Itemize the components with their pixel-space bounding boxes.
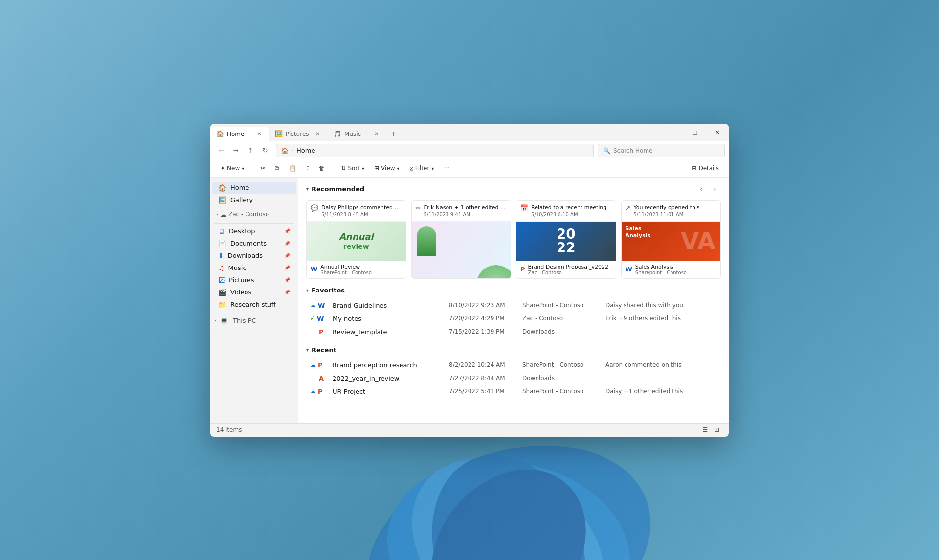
- fav3-date: 7/15/2022 1:39 PM: [449, 328, 517, 335]
- card-brand-name: Brand Design Proposal_v2022: [528, 264, 612, 270]
- more-button[interactable]: ···: [440, 163, 453, 174]
- favorites-section-header: ▾ Favorites: [306, 287, 721, 294]
- view-label: View: [381, 165, 395, 172]
- fav2-date: 7/20/2022 4:29 PM: [449, 315, 517, 322]
- card-brand-location: Zac - Contoso: [528, 270, 612, 275]
- card-annual-activity-icon: 💬: [311, 204, 318, 212]
- address-bar[interactable]: 🏠 › Home: [276, 144, 594, 157]
- sort-button[interactable]: ⇅ Sort ▾: [337, 163, 368, 174]
- filter-button[interactable]: ⧖ Filter ▾: [405, 163, 438, 174]
- delete-button[interactable]: 🗑: [315, 163, 329, 174]
- fav2-location: Zac - Contoso: [522, 315, 601, 322]
- card-plant-care[interactable]: ✏️ Erik Nason + 1 other edited this 5/11…: [411, 200, 512, 279]
- sidebar-item-documents[interactable]: 📄 Documents 📌: [212, 238, 296, 249]
- copy-button[interactable]: ⧉: [271, 163, 283, 174]
- close-button[interactable]: ✕: [706, 124, 729, 141]
- tabs-area: 🏠 Home ✕ 🖼️ Pictures ✕ 🎵 Music ✕ +: [210, 124, 661, 141]
- music-pin-icon: 📌: [284, 265, 290, 270]
- sidebar-item-home[interactable]: 🏠 Home: [212, 182, 296, 194]
- rec3-icons: ☁ P: [310, 388, 328, 395]
- rec3-location: SharePoint - Contoso: [522, 388, 601, 395]
- tab-home[interactable]: 🏠 Home ✕: [210, 127, 269, 141]
- cloud-label: Zac - Contoso: [228, 211, 269, 218]
- recommended-next[interactable]: ›: [709, 183, 721, 195]
- card-brand-footer-info: Brand Design Proposal_v2022 Zac - Contos…: [528, 264, 612, 275]
- filter-icon: ⧖: [409, 165, 413, 172]
- pictures-tab-close[interactable]: ✕: [314, 130, 322, 138]
- favorites-title: Favorites: [312, 287, 345, 294]
- sidebar-item-music[interactable]: ♫ Music 📌: [212, 262, 296, 274]
- sidebar-item-videos[interactable]: 🎬 Videos 📌: [212, 287, 296, 298]
- details-button[interactable]: ⊟ Details: [688, 163, 723, 174]
- add-tab-button[interactable]: +: [386, 127, 401, 141]
- word-icon-1: W: [311, 266, 317, 273]
- recommended-toggle[interactable]: ▾: [306, 186, 309, 192]
- up-button[interactable]: ↑: [244, 144, 257, 157]
- sidebar-item-desktop[interactable]: 🖥 Desktop 📌: [212, 225, 296, 237]
- documents-pin-icon: 📌: [284, 241, 290, 246]
- card-plant-activity-icon: ✏️: [416, 204, 421, 212]
- minimize-button[interactable]: —: [661, 124, 684, 141]
- view-button[interactable]: ⊞ View ▾: [370, 163, 403, 174]
- card-brand-design[interactable]: 📅 Related to a recent meeting 5/10/2023 …: [516, 200, 616, 279]
- pictures-tab-label: Pictures: [286, 131, 311, 137]
- share-button[interactable]: ⤴: [302, 163, 313, 174]
- refresh-button[interactable]: ↻: [258, 144, 272, 157]
- sidebar-item-downloads[interactable]: ⬇ Downloads 📌: [212, 250, 296, 262]
- rec3-name: UR Project: [333, 388, 444, 395]
- list-view-button[interactable]: ☰: [699, 425, 711, 435]
- fav-brand-guidelines[interactable]: ☁ W Brand Guidelines 8/10/2022 9:23 AM S…: [306, 299, 721, 312]
- cloud-icon: ☁: [220, 211, 226, 218]
- card-plant-info: Erik Nason + 1 other edited this 5/11/20…: [424, 204, 507, 217]
- music-tab-label: Music: [344, 131, 370, 137]
- home-tab-close[interactable]: ✕: [255, 130, 263, 138]
- cut-button[interactable]: ✂: [256, 163, 269, 174]
- maximize-button[interactable]: □: [684, 124, 706, 141]
- card-annual-preview: Annual review: [307, 222, 406, 261]
- recommended-cards: 💬 Daisy Philipps commented on... 5/11/20…: [306, 200, 721, 279]
- card-sales-location: Sharepoint - Contoso: [635, 270, 716, 275]
- sidebar-item-research[interactable]: 📁 Research stuff: [212, 299, 296, 311]
- rec-brand-perception[interactable]: ☁ P Brand perception research 8/2/2022 1…: [306, 358, 721, 372]
- search-bar[interactable]: 🔍 Search Home: [598, 144, 725, 157]
- gallery-sidebar-icon: 🖼️: [218, 196, 226, 204]
- card-annual-header: 💬 Daisy Philipps commented on... 5/11/20…: [307, 201, 406, 222]
- rec3-info: Daisy +1 other edited this: [605, 388, 717, 395]
- card-annual-review[interactable]: 💬 Daisy Philipps commented on... 5/11/20…: [306, 200, 406, 279]
- music-tab-close[interactable]: ✕: [373, 130, 380, 138]
- new-button[interactable]: ✦ New ▾: [216, 163, 248, 174]
- fav-my-notes[interactable]: ✓ W My notes 7/20/2022 4:29 PM Zac - Con…: [306, 312, 721, 325]
- sidebar-expand-thispc[interactable]: › 💻 This PC: [210, 315, 298, 326]
- back-button[interactable]: ←: [214, 144, 228, 157]
- research-folder-icon: 📁: [218, 301, 226, 309]
- card-sales-date: 5/11/2023 11:01 AM: [633, 212, 716, 217]
- rec-ur-project[interactable]: ☁ P UR Project 7/25/2022 5:41 PM SharePo…: [306, 385, 721, 398]
- favorites-toggle[interactable]: ▾: [306, 288, 309, 293]
- card-plant-preview: [412, 222, 511, 279]
- sidebar-item-pictures[interactable]: 🖼 Pictures 📌: [212, 274, 296, 286]
- recommended-prev[interactable]: ‹: [695, 183, 707, 195]
- sidebar-expand-cloud[interactable]: › ☁ Zac - Contoso: [212, 209, 296, 220]
- tab-pictures[interactable]: 🖼️ Pictures ✕: [269, 127, 328, 141]
- pictures-pin-icon: 📌: [284, 277, 290, 283]
- rec2-icons: A: [310, 375, 328, 382]
- recommended-section-header: ▾ Recommended ‹ ›: [306, 183, 721, 195]
- paste-button[interactable]: 📋: [285, 163, 300, 174]
- forward-button[interactable]: →: [229, 144, 243, 157]
- fav1-info: Daisy shared this with you: [605, 302, 717, 309]
- grid-view-button[interactable]: ⊞: [711, 425, 723, 435]
- rec2-name: 2022_year_in_review: [333, 375, 444, 382]
- rec1-location: SharePoint - Contoso: [522, 361, 601, 368]
- sidebar-item-gallery[interactable]: 🖼️ Gallery: [212, 194, 296, 206]
- card-brand-preview: 20 22: [516, 222, 616, 261]
- home-tab-icon: 🏠: [216, 130, 224, 137]
- tab-music[interactable]: 🎵 Music ✕: [328, 127, 386, 141]
- rec-year-review[interactable]: A 2022_year_in_review 7/27/2022 8:44 AM …: [306, 372, 721, 385]
- fav-review-template[interactable]: P Review_template 7/15/2022 1:39 PM Down…: [306, 325, 721, 338]
- card-sales-analysis[interactable]: ↗ You recently opened this 5/11/2023 11:…: [621, 200, 721, 279]
- sidebar: 🏠 Home 🖼️ Gallery › ☁ Zac - Contoso 🖥 De…: [210, 178, 298, 423]
- status-bar: 14 items ☰ ⊞: [210, 423, 729, 437]
- recent-toggle[interactable]: ▾: [306, 347, 309, 353]
- card-sales-footer: W Sales Analysis Sharepoint - Contoso: [622, 261, 721, 278]
- view-chevron-icon: ▾: [397, 166, 400, 171]
